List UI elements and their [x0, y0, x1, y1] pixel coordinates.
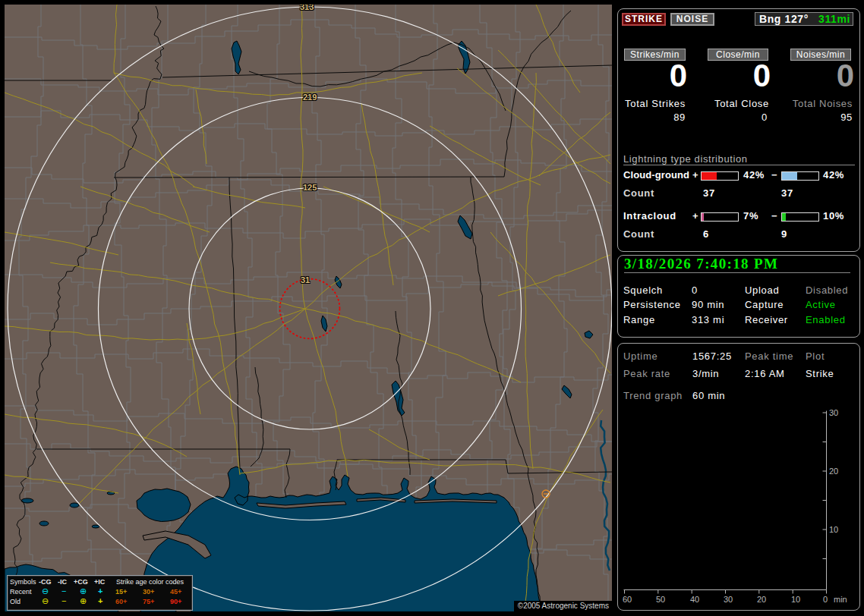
- svg-text:60: 60: [623, 595, 632, 604]
- svg-text:min: min: [834, 595, 847, 604]
- svg-text:0: 0: [823, 595, 828, 604]
- svg-text:10: 10: [791, 595, 800, 604]
- svg-text:30: 30: [829, 408, 838, 417]
- svg-text:20: 20: [757, 595, 766, 604]
- svg-text:30: 30: [724, 595, 733, 604]
- svg-text:20: 20: [829, 467, 838, 476]
- svg-text:10: 10: [829, 525, 838, 534]
- svg-text:50: 50: [656, 595, 665, 604]
- svg-text:40: 40: [690, 595, 699, 604]
